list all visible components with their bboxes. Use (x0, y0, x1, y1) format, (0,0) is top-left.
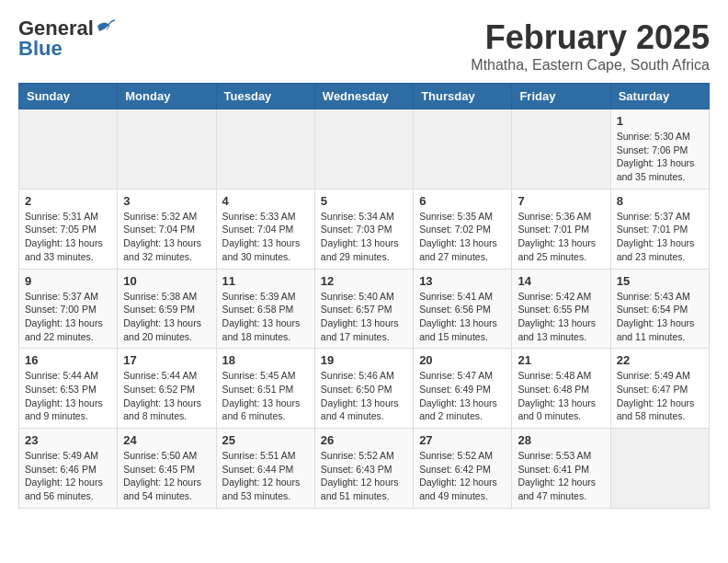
calendar-cell: 23Sunrise: 5:49 AM Sunset: 6:46 PM Dayli… (19, 429, 118, 509)
day-number: 6 (419, 194, 506, 208)
day-info: Sunrise: 5:44 AM Sunset: 6:52 PM Dayligh… (123, 369, 210, 423)
day-number: 1 (617, 114, 703, 128)
weekday-header: Thursday (414, 84, 512, 109)
day-info: Sunrise: 5:49 AM Sunset: 6:46 PM Dayligh… (25, 449, 111, 503)
day-number: 24 (123, 433, 210, 447)
day-number: 9 (25, 274, 111, 288)
day-number: 12 (321, 274, 407, 288)
calendar-cell: 2Sunrise: 5:31 AM Sunset: 7:05 PM Daylig… (19, 189, 118, 269)
day-info: Sunrise: 5:35 AM Sunset: 7:02 PM Dayligh… (419, 210, 506, 264)
calendar-cell: 9Sunrise: 5:37 AM Sunset: 7:00 PM Daylig… (19, 269, 118, 349)
day-number: 11 (222, 274, 309, 288)
day-info: Sunrise: 5:49 AM Sunset: 6:47 PM Dayligh… (617, 369, 703, 423)
title-section: February 2025 Mthatha, Eastern Cape, Sou… (471, 18, 710, 74)
weekday-header: Sunday (19, 84, 118, 109)
calendar-cell: 10Sunrise: 5:38 AM Sunset: 6:59 PM Dayli… (118, 269, 216, 349)
logo-bird-icon (96, 18, 116, 35)
calendar-cell (414, 109, 512, 190)
weekday-header: Friday (512, 84, 610, 109)
weekday-header: Wednesday (314, 84, 413, 109)
calendar-header-row: SundayMondayTuesdayWednesdayThursdayFrid… (19, 84, 710, 109)
weekday-header: Monday (118, 84, 216, 109)
day-number: 13 (419, 274, 506, 288)
day-info: Sunrise: 5:36 AM Sunset: 7:01 PM Dayligh… (518, 210, 604, 264)
calendar-cell: 17Sunrise: 5:44 AM Sunset: 6:52 PM Dayli… (118, 349, 216, 429)
calendar-week-row: 2Sunrise: 5:31 AM Sunset: 7:05 PM Daylig… (19, 189, 710, 269)
calendar-cell: 28Sunrise: 5:53 AM Sunset: 6:41 PM Dayli… (512, 429, 610, 509)
day-info: Sunrise: 5:42 AM Sunset: 6:55 PM Dayligh… (518, 290, 604, 344)
calendar-cell: 26Sunrise: 5:52 AM Sunset: 6:43 PM Dayli… (314, 429, 413, 509)
calendar-cell: 25Sunrise: 5:51 AM Sunset: 6:44 PM Dayli… (216, 429, 314, 509)
day-number: 14 (518, 274, 604, 288)
day-info: Sunrise: 5:52 AM Sunset: 6:42 PM Dayligh… (419, 449, 506, 503)
day-info: Sunrise: 5:37 AM Sunset: 7:01 PM Dayligh… (617, 210, 703, 264)
calendar-cell: 18Sunrise: 5:45 AM Sunset: 6:51 PM Dayli… (216, 349, 314, 429)
calendar-cell: 11Sunrise: 5:39 AM Sunset: 6:58 PM Dayli… (216, 269, 314, 349)
calendar-cell: 8Sunrise: 5:37 AM Sunset: 7:01 PM Daylig… (610, 189, 709, 269)
calendar-cell (19, 109, 118, 190)
calendar-cell: 15Sunrise: 5:43 AM Sunset: 6:54 PM Dayli… (610, 269, 709, 349)
calendar-cell: 19Sunrise: 5:46 AM Sunset: 6:50 PM Dayli… (314, 349, 413, 429)
day-info: Sunrise: 5:33 AM Sunset: 7:04 PM Dayligh… (222, 210, 309, 264)
day-info: Sunrise: 5:53 AM Sunset: 6:41 PM Dayligh… (518, 449, 604, 503)
day-number: 26 (321, 433, 407, 447)
day-number: 5 (321, 194, 407, 208)
day-info: Sunrise: 5:41 AM Sunset: 6:56 PM Dayligh… (419, 290, 506, 344)
calendar-cell (314, 109, 413, 190)
calendar-cell: 13Sunrise: 5:41 AM Sunset: 6:56 PM Dayli… (414, 269, 512, 349)
calendar-cell: 20Sunrise: 5:47 AM Sunset: 6:49 PM Dayli… (414, 349, 512, 429)
day-info: Sunrise: 5:30 AM Sunset: 7:06 PM Dayligh… (617, 130, 703, 184)
calendar-week-row: 9Sunrise: 5:37 AM Sunset: 7:00 PM Daylig… (19, 269, 710, 349)
calendar-cell: 27Sunrise: 5:52 AM Sunset: 6:42 PM Dayli… (414, 429, 512, 509)
calendar-cell (512, 109, 610, 190)
day-info: Sunrise: 5:32 AM Sunset: 7:04 PM Dayligh… (123, 210, 210, 264)
day-number: 19 (321, 353, 407, 367)
day-number: 27 (419, 433, 506, 447)
day-number: 2 (25, 194, 111, 208)
day-info: Sunrise: 5:34 AM Sunset: 7:03 PM Dayligh… (321, 210, 407, 264)
day-info: Sunrise: 5:45 AM Sunset: 6:51 PM Dayligh… (222, 369, 309, 423)
calendar-cell: 3Sunrise: 5:32 AM Sunset: 7:04 PM Daylig… (118, 189, 216, 269)
day-number: 18 (222, 353, 309, 367)
day-info: Sunrise: 5:44 AM Sunset: 6:53 PM Dayligh… (25, 369, 111, 423)
day-number: 3 (123, 194, 210, 208)
calendar-cell: 5Sunrise: 5:34 AM Sunset: 7:03 PM Daylig… (314, 189, 413, 269)
logo: General Blue (18, 18, 116, 59)
calendar-cell: 22Sunrise: 5:49 AM Sunset: 6:47 PM Dayli… (610, 349, 709, 429)
calendar-cell: 24Sunrise: 5:50 AM Sunset: 6:45 PM Dayli… (118, 429, 216, 509)
calendar-cell: 1Sunrise: 5:30 AM Sunset: 7:06 PM Daylig… (610, 109, 709, 190)
calendar-cell: 4Sunrise: 5:33 AM Sunset: 7:04 PM Daylig… (216, 189, 314, 269)
day-number: 4 (222, 194, 309, 208)
page-header: General Blue February 2025 Mthatha, East… (18, 18, 710, 74)
day-info: Sunrise: 5:51 AM Sunset: 6:44 PM Dayligh… (222, 449, 309, 503)
weekday-header: Tuesday (216, 84, 314, 109)
day-number: 23 (25, 433, 111, 447)
calendar-week-row: 1Sunrise: 5:30 AM Sunset: 7:06 PM Daylig… (19, 109, 710, 190)
day-number: 7 (518, 194, 604, 208)
day-info: Sunrise: 5:43 AM Sunset: 6:54 PM Dayligh… (617, 290, 703, 344)
calendar-cell: 21Sunrise: 5:48 AM Sunset: 6:48 PM Dayli… (512, 349, 610, 429)
weekday-header: Saturday (610, 84, 709, 109)
month-title: February 2025 (471, 18, 710, 57)
logo-blue: Blue (18, 39, 63, 59)
day-number: 15 (617, 274, 703, 288)
calendar-cell: 6Sunrise: 5:35 AM Sunset: 7:02 PM Daylig… (414, 189, 512, 269)
calendar-week-row: 16Sunrise: 5:44 AM Sunset: 6:53 PM Dayli… (19, 349, 710, 429)
calendar-table: SundayMondayTuesdayWednesdayThursdayFrid… (18, 83, 710, 509)
calendar-cell: 12Sunrise: 5:40 AM Sunset: 6:57 PM Dayli… (314, 269, 413, 349)
day-info: Sunrise: 5:48 AM Sunset: 6:48 PM Dayligh… (518, 369, 604, 423)
day-number: 28 (518, 433, 604, 447)
day-info: Sunrise: 5:46 AM Sunset: 6:50 PM Dayligh… (321, 369, 407, 423)
day-info: Sunrise: 5:47 AM Sunset: 6:49 PM Dayligh… (419, 369, 506, 423)
calendar-cell: 7Sunrise: 5:36 AM Sunset: 7:01 PM Daylig… (512, 189, 610, 269)
day-info: Sunrise: 5:31 AM Sunset: 7:05 PM Dayligh… (25, 210, 111, 264)
logo-general: General (18, 18, 94, 39)
day-info: Sunrise: 5:39 AM Sunset: 6:58 PM Dayligh… (222, 290, 309, 344)
day-number: 22 (617, 353, 703, 367)
day-info: Sunrise: 5:38 AM Sunset: 6:59 PM Dayligh… (123, 290, 210, 344)
day-number: 16 (25, 353, 111, 367)
day-number: 25 (222, 433, 309, 447)
calendar-cell (118, 109, 216, 190)
day-number: 17 (123, 353, 210, 367)
day-info: Sunrise: 5:37 AM Sunset: 7:00 PM Dayligh… (25, 290, 111, 344)
